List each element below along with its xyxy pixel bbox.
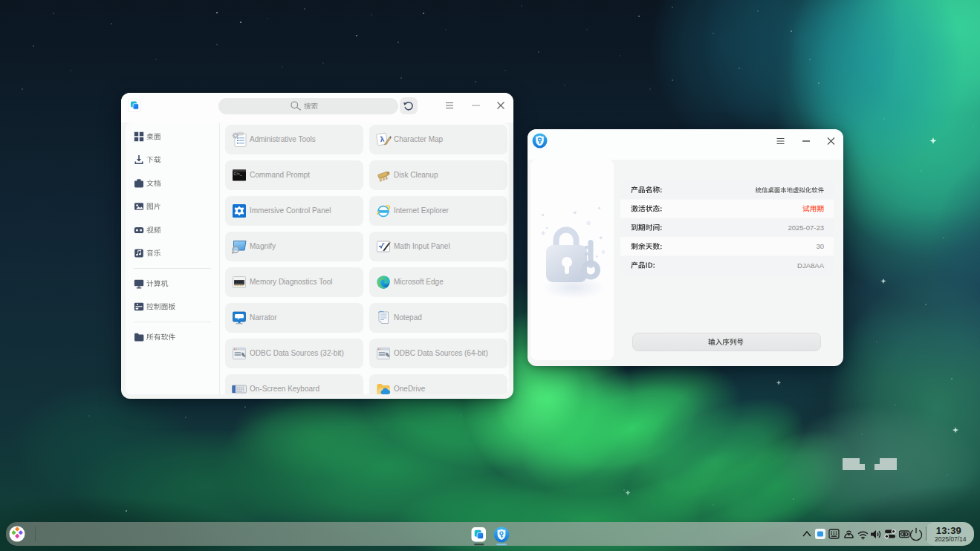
svg-text:C:\>_: C:\>_ bbox=[234, 172, 242, 176]
